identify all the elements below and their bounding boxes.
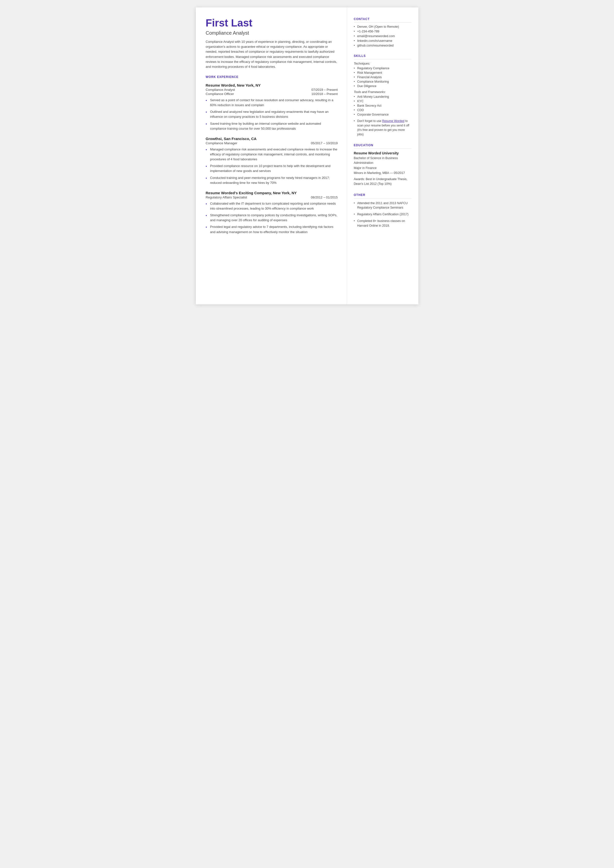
employer-block-2: Growthsi, San Francisco, CA Compliance M… <box>206 137 338 185</box>
bullets-3: Collaborated with the IT department to t… <box>206 201 338 234</box>
contact-list: Denver, OH (Open to Remote) +1-234-456-7… <box>354 25 411 47</box>
role-dates-2a: 05/2017 – 10/2019 <box>311 141 338 145</box>
bullets-1: Served as a point of contact for issue r… <box>206 98 338 131</box>
bullet-1-2: Outlined and analyzed new legislation an… <box>206 109 338 119</box>
contact-label: CONTACT <box>354 17 411 23</box>
role-row-1b: Compliance Officer 10/2018 – Present <box>206 92 338 96</box>
candidate-title: Compliance Analyst <box>206 30 338 36</box>
role-title-1a: Compliance Analyst <box>206 88 235 92</box>
role-dates-3a: 08/2012 – 01/2015 <box>311 196 338 199</box>
bullet-3-2: Strengthened compliance to company polic… <box>206 213 338 223</box>
skill-technique-2: Financial Analysis <box>354 76 411 79</box>
role-title-3a: Regulatory Affairs Specialist <box>206 196 247 199</box>
employer-name-2: Growthsi, San Francisco, CA <box>206 137 338 141</box>
role-title-1b: Compliance Officer <box>206 92 234 96</box>
edu-degree: Bachelor of Science in Business Administ… <box>354 156 411 165</box>
skill-tool-2: Bank Secrecy Act <box>354 104 411 107</box>
other-item-1: Regulatory Affairs Certification (2017) <box>354 212 411 217</box>
bullet-2-3: Conducted training and peer-mentoring pr… <box>206 175 338 185</box>
contact-item-3: linkedin.com/in/username <box>354 39 411 43</box>
other-item-0: Attended the 2011 and 2013 NAFCU Regulat… <box>354 201 411 210</box>
contact-item-0: Denver, OH (Open to Remote) <box>354 25 411 28</box>
resume-worded-link[interactable]: Resume Worded <box>382 119 405 123</box>
edu-major: Major in Finance <box>354 166 411 171</box>
other-list: Attended the 2011 and 2013 NAFCU Regulat… <box>354 201 411 228</box>
other-section: OTHER Attended the 2011 and 2013 NAFCU R… <box>354 193 411 228</box>
skill-technique-3: Compliance Monitoring <box>354 80 411 83</box>
role-row-2a: Compliance Manager 05/2017 – 10/2019 <box>206 141 338 145</box>
contact-section: CONTACT Denver, OH (Open to Remote) +1-2… <box>354 17 411 47</box>
bullet-1-1: Served as a point of contact for issue r… <box>206 98 338 108</box>
skill-tool-0: Anti Money Laundering <box>354 95 411 98</box>
employer-block-1: Resume Worded, New York, NY Compliance A… <box>206 83 338 131</box>
role-row-1a: Compliance Analyst 07/2019 – Present <box>206 88 338 92</box>
bullet-2-1: Managed compliance risk assessments and … <box>206 147 338 162</box>
resume-container: First Last Compliance Analyst Compliance… <box>196 8 419 304</box>
tools-list: Anti Money Laundering KYC Bank Secrecy A… <box>354 95 411 116</box>
edu-minors: Minors in Marketing, MBA — 05/2017 <box>354 171 411 175</box>
skills-section: SKILLS Techniques: Regulatory Compliance… <box>354 54 411 137</box>
sidebar-column: CONTACT Denver, OH (Open to Remote) +1-2… <box>347 8 419 304</box>
candidate-summary: Compliance Analyst with 10 years of expe… <box>206 39 338 69</box>
contact-item-4: github.com/resumeworded <box>354 44 411 47</box>
skill-tool-3: CDD <box>354 109 411 112</box>
employer-name-1: Resume Worded, New York, NY <box>206 83 338 87</box>
tools-category: Tools and Frameworks: <box>354 90 411 94</box>
candidate-name: First Last <box>206 17 338 29</box>
contact-item-2: email@resumeworded.com <box>354 34 411 38</box>
edu-institution: Resume Worded University <box>354 151 411 155</box>
education-section: EDUCATION Resume Worded University Bache… <box>354 143 411 186</box>
role-dates-1b: 10/2018 – Present <box>311 92 338 96</box>
work-experience-label: WORK EXPERIENCE <box>206 75 338 80</box>
skill-technique-1: Risk Management <box>354 71 411 75</box>
bullet-2-2: Provided compliance resource on 10 proje… <box>206 163 338 174</box>
employer-block-3: Resume Worded's Exciting Company, New Yo… <box>206 191 338 234</box>
bullets-2: Managed compliance risk assessments and … <box>206 147 338 185</box>
other-label: OTHER <box>354 193 411 199</box>
employer-name-3: Resume Worded's Exciting Company, New Yo… <box>206 191 338 195</box>
skills-note: Don't forget to use Resume Worded to sca… <box>354 119 411 137</box>
education-label: EDUCATION <box>354 143 411 149</box>
skill-tool-4: Corporate Governance <box>354 113 411 116</box>
role-dates-1a: 07/2019 – Present <box>311 88 338 92</box>
techniques-category: Techniques: <box>354 62 411 65</box>
bullet-3-1: Collaborated with the IT department to t… <box>206 201 338 211</box>
bullet-1-3: Saved training time by building an inter… <box>206 121 338 131</box>
skills-label: SKILLS <box>354 54 411 59</box>
role-row-3a: Regulatory Affairs Specialist 08/2012 – … <box>206 196 338 199</box>
techniques-list: Regulatory Compliance Risk Management Fi… <box>354 67 411 88</box>
role-title-2a: Compliance Manager <box>206 141 237 145</box>
edu-awards: Awards: Best in Undergraduate Thesis, De… <box>354 177 411 186</box>
skill-technique-4: Due Diligence <box>354 84 411 88</box>
other-item-2: Completed 8+ business classes on Harvard… <box>354 219 411 228</box>
bullet-3-3: Provided legal and regulatory advice to … <box>206 224 338 234</box>
skill-technique-0: Regulatory Compliance <box>354 67 411 70</box>
skill-tool-1: KYC <box>354 99 411 103</box>
main-column: First Last Compliance Analyst Compliance… <box>196 8 347 304</box>
skills-note-prefix: Don't forget to use <box>357 119 382 123</box>
contact-item-1: +1-234-456-789 <box>354 30 411 33</box>
